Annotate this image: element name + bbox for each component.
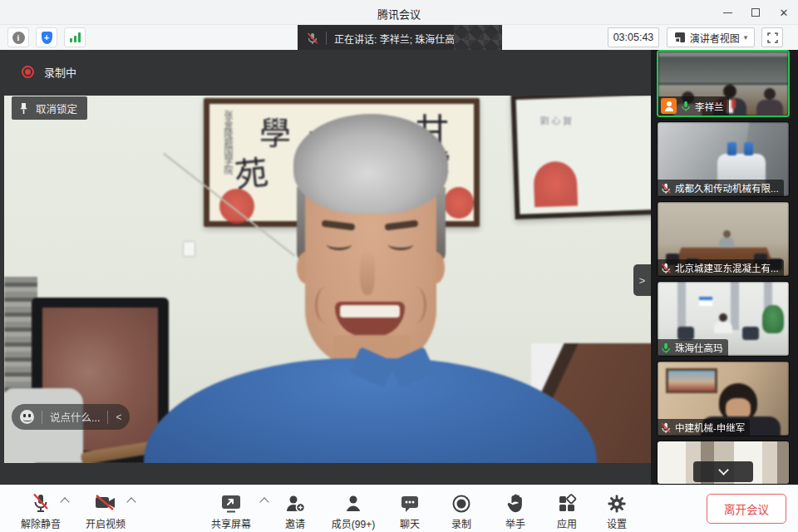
mic-on-icon (680, 100, 692, 112)
share-options-caret[interactable] (261, 499, 268, 505)
share-screen-icon (219, 492, 243, 514)
emoji-icon[interactable] (20, 410, 34, 424)
smile-line (405, 287, 426, 323)
recording-indicator: 录制中 (22, 64, 76, 80)
start-video-button[interactable]: 开启视频 (73, 485, 138, 530)
apps-button[interactable]: 应用 (542, 485, 592, 530)
chat-bubble-icon (399, 492, 421, 514)
mic-muted-icon (31, 492, 51, 514)
view-mode-button[interactable]: 演讲者视图 ▾ (667, 27, 755, 47)
meeting-timer: 03:05:43 (608, 27, 659, 47)
host-badge-icon (661, 98, 677, 114)
meeting-info-button[interactable]: i (7, 27, 29, 47)
pin-icon (18, 102, 29, 115)
participant-tile-partial[interactable] (657, 441, 790, 485)
mic-muted-icon (660, 182, 672, 195)
sidebar-collapse-tab[interactable]: > (633, 264, 651, 296)
title-bar: 腾讯会议 ✕ (0, 0, 798, 25)
control-bar: 解除静音 开启视频 共享屏幕 (0, 485, 798, 532)
raise-hand-icon (505, 492, 525, 514)
wall-outlet (183, 241, 195, 257)
close-button[interactable]: ✕ (770, 0, 798, 25)
participant-tile[interactable]: 珠海仕高玛 (657, 281, 790, 357)
apps-grid-icon (557, 492, 577, 514)
members-label: 成员(99+) (332, 516, 375, 530)
camera-muted-icon (94, 492, 117, 514)
participant-namebar: 成都久和传动机械有限... (658, 180, 784, 196)
raise-hand-label: 举手 (505, 516, 525, 530)
network-quality-button[interactable] (64, 27, 86, 47)
banner-divider (326, 32, 327, 45)
unmute-button[interactable]: 解除静音 (8, 485, 73, 530)
certificate-frame: 劉 心 賀 (510, 96, 651, 219)
mic-options-caret[interactable] (62, 499, 68, 505)
muted-mic-icon (306, 32, 319, 45)
apps-label: 应用 (557, 516, 577, 530)
minimize-button[interactable] (713, 0, 741, 25)
pill-divider (107, 411, 108, 424)
smile-line (315, 287, 337, 323)
fullscreen-button[interactable] (761, 27, 783, 47)
raise-hand-button[interactable]: 举手 (489, 485, 542, 530)
info-icon: i (12, 32, 25, 44)
fullscreen-icon (767, 32, 778, 43)
members-button[interactable]: 成员(99+) (321, 485, 386, 530)
speaker-view-icon (674, 32, 686, 43)
share-screen-label: 共享屏幕 (211, 516, 251, 530)
censor-mosaic (454, 25, 502, 52)
main-video-feed[interactable]: 甘 露 梯 才 學 苑 张金陵题国学院 劉 心 賀 (0, 50, 651, 485)
view-mode-label: 演讲者视图 (690, 31, 740, 45)
speaking-banner: 正在讲话: 李祥兰; 珠海仕高玛; (298, 25, 502, 52)
settings-button[interactable]: 设置 (592, 485, 642, 530)
unpin-label: 取消锁定 (36, 101, 77, 116)
video-options-caret[interactable] (128, 499, 135, 505)
person-nose (360, 249, 375, 295)
quick-chat-bar[interactable]: 说点什么... < (12, 404, 130, 430)
leave-meeting-button[interactable]: 离开会议 (707, 494, 786, 524)
speaking-text: 正在讲话: 李祥兰; 珠海仕高玛; (334, 32, 468, 46)
participant-name: 中建机械-申继军 (675, 421, 745, 434)
mic-muted-icon (660, 262, 672, 274)
participant-tile[interactable]: 北京城建亚东混凝土有... (657, 201, 790, 277)
participant-name: 北京城建亚东混凝土有... (675, 261, 779, 274)
start-video-label: 开启视频 (86, 516, 126, 530)
record-label: 录制 (451, 516, 471, 530)
scroll-down-button[interactable] (693, 461, 753, 482)
maximize-button[interactable] (741, 0, 770, 25)
invite-person-icon (284, 492, 306, 514)
settings-label: 设置 (607, 516, 627, 530)
participant-namebar: 李祥兰 (658, 96, 729, 116)
invite-button[interactable]: 邀请 (269, 485, 321, 530)
mic-on-icon (660, 342, 672, 354)
participant-tile[interactable]: 李祥兰 (657, 50, 790, 117)
chat-label: 聊天 (400, 516, 420, 530)
record-icon (451, 492, 471, 514)
participant-name: 珠海仕高玛 (675, 341, 723, 354)
person-hair (293, 114, 448, 214)
window-title: 腾讯会议 (0, 6, 798, 22)
signal-bars-icon (70, 32, 81, 42)
person-eye (388, 239, 413, 250)
pill-divider (42, 411, 42, 424)
share-screen-button[interactable]: 共享屏幕 (193, 485, 269, 530)
person-eye (327, 239, 352, 250)
mic-muted-icon (660, 421, 672, 434)
record-dot-icon (22, 66, 34, 78)
recording-label: 录制中 (44, 64, 76, 80)
unpin-button[interactable]: 取消锁定 (12, 96, 87, 120)
chevron-down-icon: ▾ (744, 33, 748, 42)
gear-icon (607, 492, 627, 514)
chat-button[interactable]: 聊天 (386, 485, 434, 530)
person-shirt (144, 358, 597, 463)
chevron-left-icon[interactable]: < (116, 411, 121, 423)
shield-plus-icon: + (42, 32, 52, 44)
participant-tile[interactable]: 成都久和传动机械有限... (657, 121, 790, 197)
unmute-label: 解除静音 (21, 516, 61, 530)
participant-tile[interactable]: 中建机械-申继军 (657, 361, 790, 436)
participant-namebar: 中建机械-申继军 (658, 419, 750, 436)
chat-input-placeholder[interactable]: 说点什么... (50, 409, 100, 425)
security-button[interactable]: + (36, 27, 57, 47)
participant-namebar: 北京城建亚东混凝土有... (658, 259, 784, 276)
invite-label: 邀请 (285, 516, 305, 530)
record-button[interactable]: 录制 (434, 485, 489, 530)
